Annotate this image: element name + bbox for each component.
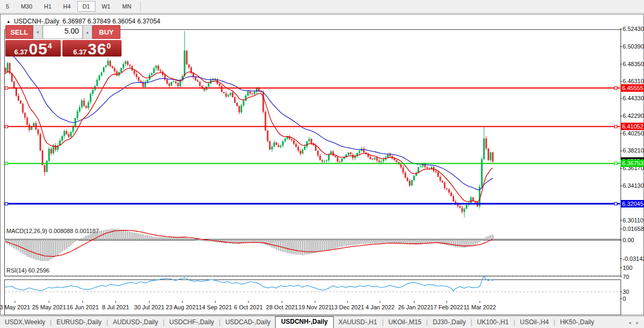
date-axis-label: 6 Oct 2021 [234,304,263,310]
tab-scroll-right-icon[interactable]: ▸ [636,320,639,325]
date-axis-label: 23 Aug 2021 [166,304,199,310]
timeframe-button-h1[interactable]: H1 [39,1,57,12]
chart-tab-hk50-daily[interactable]: HK50-,Daily [555,317,599,328]
rsi-indicator-label: RSI(14) 60.2596 [6,267,50,274]
chart-tab-dj30-daily[interactable]: DJ30-,Daily [428,317,471,328]
chart-tab-usdchf-daily[interactable]: USDCHF-,Daily [165,317,219,328]
price-axis-label: 6.44330 [623,95,644,102]
sell-price-display[interactable]: 6.37 05 4 [5,40,61,57]
date-axis-label: 16 Jun 2021 [67,304,99,310]
timeframe-button-mn[interactable]: MN [117,1,136,12]
toolbar-separator [140,2,141,11]
timeframe-button-5[interactable]: 5 [1,1,14,12]
date-axis-label: 25 May 2021 [32,304,66,310]
volume-input[interactable]: 5.00 [43,25,83,39]
macd-name: MACD(12,26,9) [6,228,47,234]
timeframe-toolbar: 5M30H1H4D1W1MN [0,0,644,13]
chart-tab-audusd-daily[interactable]: AUDUSD-,Daily [108,317,163,328]
macd-signal-value: 0.001187 [75,228,99,234]
macd-axis-label: 0.00 [623,237,634,243]
date-axis-label: 14 Sep 2021 [199,304,232,310]
price-line-badge-6.32045[interactable]: 6.32045 [621,200,644,207]
date-axis-label: 28 Oct 2021 [266,304,298,310]
chart-tab-ukoil-m15[interactable]: UKOil-,M15 [384,317,426,328]
macd-indicator-label: MACD(12,26,9) 0.008088 0.001187 [6,228,99,234]
chart-tab-usdcnh-daily[interactable]: USDCNH-,Daily [275,316,333,328]
tab-scroll-left-icon[interactable]: ◂ [629,320,631,325]
chart-window [0,14,644,315]
price-axis-label: 6.34130 [623,182,644,189]
rsi-value: 60.2596 [28,267,50,274]
rsi-name: RSI(14) [6,267,27,274]
date-axis-label: 30 Jul 2021 [134,304,165,310]
volume-decrease-button[interactable]: ▼ [33,25,43,39]
price-axis-label: 6.38210 [623,147,644,154]
price-chart-panel[interactable] [4,29,621,239]
sell-price-point: 4 [47,43,52,49]
macd-panel[interactable] [4,240,621,276]
price-line-badge-6.36753[interactable]: 6.36753 [621,159,644,167]
price-axis-label: 6.50390 [623,43,644,50]
price-line-badge-6.45555[interactable]: 6.45555 [621,84,644,92]
chart-tab-uk100-h1[interactable]: UK100-,H1 [472,317,513,328]
price-axis-label: 6.42290 [623,113,644,119]
tab-scroll-arrows: ◂▸ [626,320,644,328]
date-axis-label: 19 Nov 2021 [299,304,332,310]
buy-button[interactable]: BUY [92,25,120,39]
rsi-axis-label: 70 [623,274,629,280]
chart-tab-usoil-h4[interactable]: USOil-,H4 [515,317,553,328]
volume-increase-button[interactable]: ▲ [83,25,92,39]
rsi-axis-label: 30 [623,289,629,295]
price-axis-label: 6.30110 [623,217,643,224]
rsi-axis-label: 100 [623,265,632,271]
buy-price-pips: 36 [88,42,107,56]
chart-title: ▲ USDCNH-,Daily 6.36987 6.37849 6.36054 … [6,18,160,25]
rsi-axis-label: 0 [623,295,626,302]
chart-tab-usdx-weekly[interactable]: USDX,Weekly [0,317,50,328]
date-axis-label: 8 Jul 2021 [102,304,130,310]
chart-tab-xauusd-h1[interactable]: XAUUSD-,H1 [334,317,382,328]
mt4-window: 5M30H1H4D1W1MN ▲ USDCNH-,Daily 6.36987 6… [0,0,644,328]
buy-price-point: 0 [107,43,111,49]
date-axis-label: 13 Dec 2021 [331,304,364,310]
price-axis-label: 6.48350 [623,61,644,68]
buy-price-base: 6.37 [73,48,86,56]
macd-value: 0.008088 [49,228,73,234]
date-axis-label: 4 Jan 2022 [366,304,395,310]
chart-tab-bar: USDX,Weekly|EURUSD-,Daily|AUDUSD-,Daily|… [0,316,644,328]
date-axis-label: 26 Jan 2022 [398,304,431,310]
chart-symbol-label: USDCNH-,Daily [14,18,59,25]
macd-axis-label: -0.031423 [623,255,644,262]
date-axis-label: 11 Mar 2022 [464,304,496,310]
date-axis-label: 17 Feb 2022 [430,304,463,310]
buy-price-display[interactable]: 6.37 36 0 [62,40,122,57]
collapse-arrow-icon[interactable]: ▲ [6,19,11,24]
macd-axis-label: 0.016586 [623,226,644,232]
chart-tab-usdcad-daily[interactable]: USDCAD-,Daily [221,317,276,328]
price-line-badge-6.41052[interactable]: 6.41052 [621,123,644,130]
timeframe-button-m30[interactable]: M30 [15,1,37,12]
price-axis-label: 6.52430 [623,26,644,33]
timeframe-button-w1[interactable]: W1 [96,1,116,12]
date-axis-label: 3 May 2021 [0,304,30,310]
chart-tab-eurusd-daily[interactable]: EURUSD-,Daily [52,317,107,328]
price-axis-label: 6.40250 [623,130,644,137]
sell-price-base: 6.37 [14,48,28,56]
one-click-trade-panel: SELL ▼ 5.00 ▲ BUY 6.37 05 4 6.37 36 0 [5,25,122,57]
sell-price-pips: 05 [29,42,47,56]
timeframe-button-d1[interactable]: D1 [77,1,95,12]
sell-button[interactable]: SELL [5,25,33,39]
timeframe-button-h4[interactable]: H4 [58,1,76,12]
chart-ohlc-values: 6.36987 6.37849 6.36054 6.37054 [62,18,160,25]
